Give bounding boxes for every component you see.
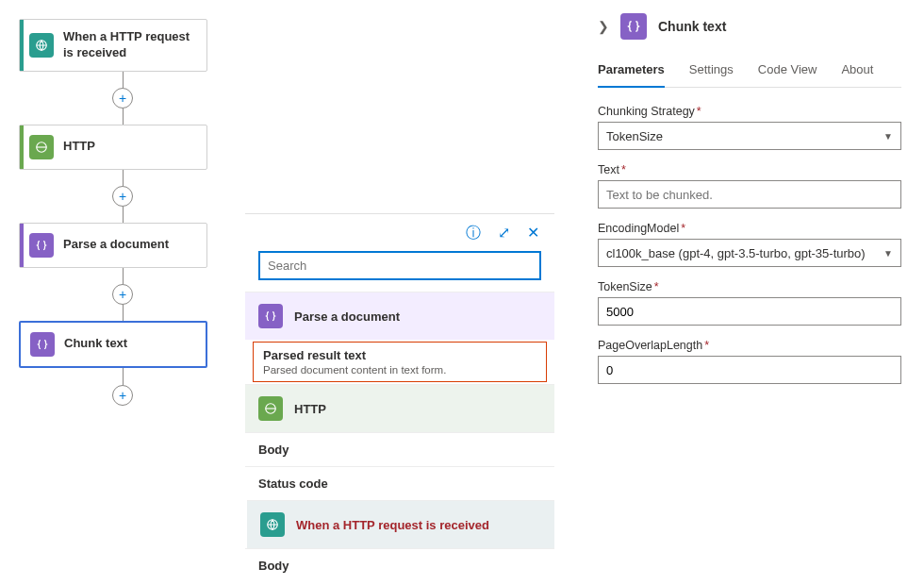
tab-parameters[interactable]: Parameters: [598, 57, 665, 88]
label-tokensize: TokenSize*: [598, 280, 901, 293]
add-step-button[interactable]: +: [112, 88, 133, 109]
add-step-button[interactable]: +: [112, 284, 133, 305]
node-label: Chunk text: [64, 336, 127, 352]
node-parse-document[interactable]: Parse a document: [19, 223, 207, 268]
chevron-down-icon: ▼: [883, 248, 893, 259]
select-strategy[interactable]: TokenSize▼: [598, 122, 901, 150]
tab-about[interactable]: About: [841, 57, 873, 87]
info-icon[interactable]: ⓘ: [466, 224, 481, 243]
popup-item-body[interactable]: Body: [245, 432, 554, 466]
label-strategy: Chunking Strategy*: [598, 105, 901, 118]
flow-canvas: When a HTTP request is received + HTTP +…: [19, 19, 226, 406]
label-encoding: EncodingModel*: [598, 222, 901, 235]
braces-icon: [30, 332, 55, 357]
popup-group-request[interactable]: When a HTTP request is received: [247, 500, 554, 548]
braces-icon: [258, 304, 283, 328]
node-chunk-text[interactable]: Chunk text: [19, 321, 207, 368]
connector: +: [19, 268, 226, 321]
popup-item-status[interactable]: Status code: [245, 466, 554, 500]
node-http-request[interactable]: When a HTTP request is received: [19, 19, 207, 72]
node-http[interactable]: HTTP: [19, 125, 207, 170]
request-icon: [260, 512, 285, 537]
input-text[interactable]: [598, 180, 901, 209]
braces-icon: [620, 13, 647, 40]
http-icon: [29, 135, 54, 159]
connector: +: [19, 72, 226, 125]
input-tokensize[interactable]: [598, 297, 901, 326]
expand-icon[interactable]: ⤢: [498, 224, 510, 243]
connector: +: [19, 170, 226, 223]
popup-item-body2[interactable]: Body: [245, 548, 554, 582]
node-label: HTTP: [63, 139, 95, 155]
popup-item-parsed-result[interactable]: Parsed result text Parsed document conte…: [253, 342, 547, 382]
select-encoding[interactable]: cl100k_base (gpt-4, gpt-3.5-turbo, gpt-3…: [598, 239, 901, 267]
panel-tabs: Parameters Settings Code View About: [598, 57, 901, 88]
node-label: When a HTTP request is received: [63, 29, 197, 61]
request-icon: [29, 33, 54, 58]
http-icon: [258, 396, 283, 421]
popup-group-parse[interactable]: Parse a document: [245, 292, 554, 340]
label-text: Text*: [598, 163, 901, 176]
connector: +: [19, 368, 226, 406]
node-label: Parse a document: [63, 237, 169, 253]
add-step-button[interactable]: +: [112, 385, 133, 406]
panel-title: Chunk text: [658, 19, 726, 34]
properties-panel: ❯ Chunk text Parameters Settings Code Vi…: [575, 0, 924, 585]
chevron-down-icon: ▼: [883, 131, 893, 142]
search-input[interactable]: [258, 251, 541, 280]
close-icon[interactable]: ✕: [527, 224, 539, 243]
label-overlap: PageOverlapLength*: [598, 339, 901, 352]
tab-settings[interactable]: Settings: [689, 57, 734, 87]
popup-group-http[interactable]: HTTP: [245, 384, 554, 432]
input-overlap[interactable]: [598, 356, 901, 384]
tab-codeview[interactable]: Code View: [758, 57, 817, 87]
add-step-button[interactable]: +: [112, 186, 133, 207]
braces-icon: [29, 233, 54, 258]
collapse-icon[interactable]: ❯: [598, 19, 609, 34]
dynamic-content-popup: ⓘ ⤢ ✕ Parse a document Parsed result tex…: [245, 213, 554, 582]
